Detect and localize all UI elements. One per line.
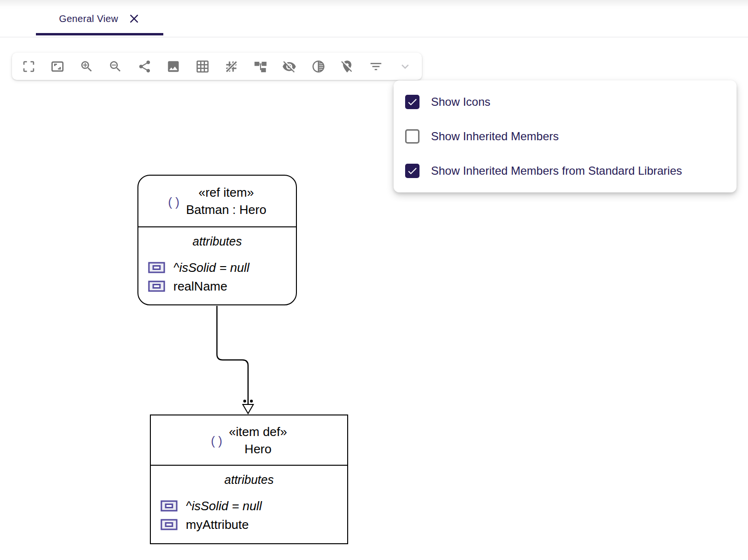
- fullscreen-button[interactable]: [18, 56, 39, 77]
- hollow-triangle-arrowhead-icon: [243, 404, 253, 414]
- menu-item-show-inherited-members-std-libs[interactable]: Show Inherited Members from Standard Lib…: [394, 154, 737, 188]
- menu-item-label: Show Inherited Members: [431, 130, 559, 143]
- zoom-in-button[interactable]: [76, 56, 97, 77]
- menu-item-show-inherited-members[interactable]: Show Inherited Members: [394, 119, 737, 154]
- attribute-label: realName: [173, 279, 227, 293]
- filter-list-icon: [369, 59, 383, 74]
- attribute-item[interactable]: ^isSolid = null: [148, 260, 296, 275]
- tab-general-view[interactable]: General View: [36, 0, 163, 37]
- tab-label: General View: [59, 13, 118, 24]
- export-image-button[interactable]: [163, 56, 184, 77]
- fit-to-screen-button[interactable]: [47, 56, 68, 77]
- menu-item-show-icons[interactable]: Show Icons: [394, 85, 737, 119]
- edge-dot: [243, 400, 246, 403]
- chevron-down-icon: [398, 59, 412, 74]
- expand-more-button[interactable]: [395, 56, 416, 77]
- checkmark-icon: [407, 96, 418, 108]
- attribute-item[interactable]: myAttribute: [160, 517, 347, 532]
- zoom-in-icon: [79, 59, 94, 74]
- show-icons-checkbox[interactable]: [405, 95, 419, 109]
- compartment-label: attributes: [138, 235, 296, 248]
- tonality-icon: [311, 59, 326, 74]
- grid-off-icon: [224, 59, 238, 74]
- visibility-off-icon: [282, 59, 296, 74]
- grid-off-button[interactable]: [221, 56, 242, 77]
- share-icon: [137, 59, 152, 74]
- share-button[interactable]: [134, 56, 155, 77]
- node-title: «item def» Hero: [229, 423, 287, 458]
- zoom-out-icon: [108, 59, 123, 74]
- node-stereotype: «item def»: [229, 423, 287, 440]
- edge-path[interactable]: [217, 306, 248, 404]
- node-stereotype: «ref item»: [186, 184, 266, 201]
- attribute-icon: [148, 262, 165, 273]
- unpin-elements-button[interactable]: [337, 56, 358, 77]
- image-icon: [166, 59, 181, 74]
- attribute-label: ^isSolid = null: [186, 499, 262, 513]
- menu-item-label: Show Icons: [431, 95, 490, 109]
- filter-dropdown-menu: Show Icons Show Inherited Members Show I…: [394, 80, 737, 192]
- compartment-label: attributes: [151, 473, 347, 487]
- tab-bar: General View: [0, 0, 748, 37]
- attribute-icon: [160, 519, 178, 530]
- node-batman[interactable]: ( ) «ref item» Batman : Hero attributes …: [137, 175, 297, 305]
- filter-button[interactable]: [365, 56, 386, 77]
- item-usage-icon: ( ): [168, 195, 180, 209]
- arrange-all-button[interactable]: [250, 56, 271, 77]
- attribute-icon: [160, 500, 178, 512]
- grid-on-icon: [195, 59, 210, 74]
- node-title: «ref item» Batman : Hero: [186, 184, 266, 218]
- reveal-hidden-elements-button[interactable]: [279, 56, 300, 77]
- close-icon: [128, 12, 140, 25]
- node-name: Batman : Hero: [186, 201, 266, 218]
- fit-to-screen-icon: [50, 59, 65, 74]
- fullscreen-icon: [22, 59, 36, 74]
- tab-close-button[interactable]: [128, 12, 140, 25]
- item-def-icon: ( ): [211, 434, 222, 448]
- grid-on-button[interactable]: [192, 56, 213, 77]
- attribute-icon: [148, 280, 165, 292]
- arrange-all-icon: [253, 59, 268, 74]
- active-tab-indicator: [36, 33, 163, 35]
- pin-off-icon: [340, 59, 354, 74]
- checkmark-icon: [407, 165, 418, 177]
- show-inherited-members-std-libs-checkbox[interactable]: [405, 164, 419, 178]
- node-hero-header[interactable]: ( ) «item def» Hero: [151, 415, 347, 466]
- edge-batman-hero[interactable]: [217, 306, 253, 414]
- attribute-item[interactable]: ^isSolid = null: [160, 499, 347, 513]
- attribute-item[interactable]: realName: [148, 279, 296, 293]
- attribute-label: ^isSolid = null: [173, 260, 249, 275]
- zoom-out-button[interactable]: [105, 56, 126, 77]
- menu-item-label: Show Inherited Members from Standard Lib…: [431, 164, 682, 178]
- node-hero-attributes-compartment: attributes ^isSolid = null myAttribute: [151, 473, 347, 532]
- edge-dot: [250, 400, 253, 403]
- node-name: Hero: [229, 440, 287, 458]
- node-hero[interactable]: ( ) «item def» Hero attributes ^isSolid …: [150, 414, 348, 544]
- diagram-toolbar: [12, 53, 422, 80]
- show-inherited-members-checkbox[interactable]: [405, 129, 419, 144]
- attribute-label: myAttribute: [186, 517, 249, 532]
- node-batman-header[interactable]: ( ) «ref item» Batman : Hero: [138, 176, 296, 227]
- node-batman-attributes-compartment: attributes ^isSolid = null realName: [138, 235, 296, 293]
- reveal-faded-elements-button[interactable]: [308, 56, 329, 77]
